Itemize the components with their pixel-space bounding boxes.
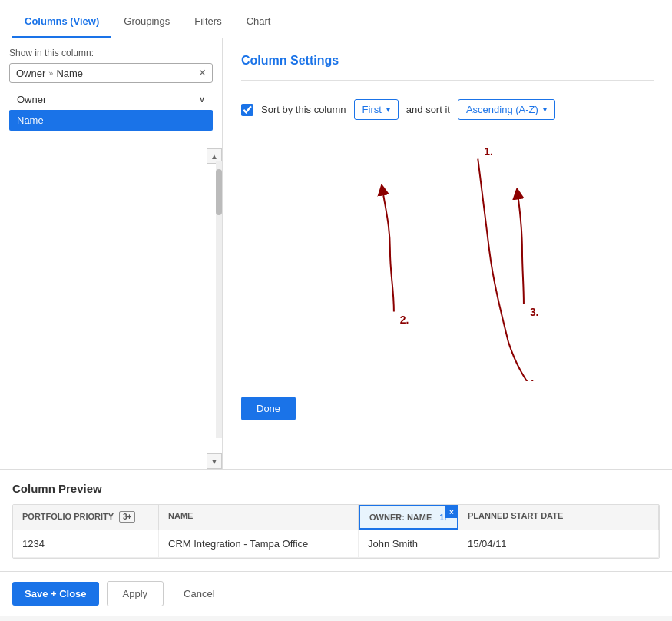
tab-columns[interactable]: Columns (View) (12, 6, 111, 38)
svg-text:2.: 2. (400, 314, 409, 326)
column-preview-section: Column Preview PORTFOLIO PRIORITY 3+ NAM… (0, 469, 672, 571)
show-in-column-label: Show in this column: (9, 48, 213, 58)
breadcrumb-separator: » (48, 68, 53, 78)
tree-item-owner-label: Owner (17, 94, 46, 105)
bottom-bar: Save + Close Apply Cancel (0, 571, 672, 616)
col-header-portfolio-priority: PORTFOLIO PRIORITY 3+ (13, 505, 159, 530)
col-header-owner-name-label: OWNER: NAME (369, 513, 432, 522)
scroll-down-button[interactable]: ▼ (207, 453, 222, 469)
clear-search-button[interactable]: × (199, 67, 206, 79)
sort-position-arrow-icon: ▾ (386, 105, 390, 114)
annotation-svg: 2. 3. 1. (241, 135, 654, 381)
sort-row: Sort by this column First ▾ and sort it … (241, 99, 654, 120)
annotation-area: 2. 3. 1. (241, 135, 654, 381)
col-header-name-label: NAME (168, 511, 193, 520)
scrollbar-thumb[interactable] (216, 169, 222, 215)
expand-icon: ∨ (199, 95, 205, 105)
breadcrumb-part2: Name (56, 68, 83, 79)
done-button[interactable]: Done (241, 397, 296, 420)
col-header-planned-start-date-label: PLANNED START DATE (468, 511, 563, 520)
sort-position-value: First (362, 104, 382, 115)
left-panel: Show in this column: Owner » Name × Owne… (0, 38, 223, 469)
column-settings-title: Column Settings (241, 54, 654, 81)
col-header-planned-start-date: PLANNED START DATE (458, 505, 659, 530)
breadcrumb-part1: Owner (16, 68, 45, 79)
main-content: Show in this column: Owner » Name × Owne… (0, 38, 672, 469)
sort-direction-dropdown[interactable]: Ascending (A-Z) ▾ (458, 99, 555, 120)
cancel-button[interactable]: Cancel (171, 582, 227, 606)
svg-text:3.: 3. (530, 306, 539, 318)
sort-checkbox[interactable] (241, 104, 253, 116)
cell-owner-name: John Smith (359, 530, 458, 557)
table-row: 1234 CRM Integration - Tampa Office John… (13, 530, 659, 558)
tree-item-owner[interactable]: Owner ∨ (9, 89, 213, 110)
col-header-close-button[interactable]: × (445, 506, 458, 518)
scrollbar-track (216, 161, 222, 438)
and-sort-label: and sort it (406, 104, 450, 115)
portfolio-priority-badge: 3+ (119, 511, 135, 523)
sort-direction-arrow-icon: ▾ (543, 105, 547, 114)
breadcrumb: Owner » Name (16, 68, 199, 79)
cell-portfolio-priority: 1234 (13, 530, 159, 557)
col-header-owner-name: × OWNER: NAME 1↑ (359, 505, 458, 530)
column-search-box[interactable]: Owner » Name × (9, 63, 213, 83)
preview-table: PORTFOLIO PRIORITY 3+ NAME × OWNER: NAME… (12, 504, 660, 559)
sort-direction-value: Ascending (A-Z) (466, 104, 538, 115)
right-panel: Column Settings Sort by this column Firs… (223, 38, 672, 469)
col-header-portfolio-priority-label: PORTFOLIO PRIORITY (22, 512, 114, 521)
tab-chart[interactable]: Chart (234, 6, 283, 38)
tab-bar: Columns (View) Groupings Filters Chart (0, 0, 672, 38)
tab-groupings[interactable]: Groupings (111, 6, 182, 38)
svg-text:1.: 1. (484, 145, 493, 158)
table-header: PORTFOLIO PRIORITY 3+ NAME × OWNER: NAME… (13, 505, 659, 530)
col-header-name: NAME (159, 505, 359, 530)
cell-name: CRM Integration - Tampa Office (159, 530, 359, 557)
apply-button[interactable]: Apply (107, 581, 164, 606)
sort-position-dropdown[interactable]: First ▾ (354, 99, 399, 120)
sort-by-label: Sort by this column (261, 104, 346, 115)
tab-filters[interactable]: Filters (182, 6, 233, 38)
cell-planned-start-date: 15/04/11 (458, 530, 659, 557)
tree-item-name-label: Name (17, 115, 44, 126)
tree-item-name[interactable]: Name (9, 110, 213, 131)
preview-title: Column Preview (12, 482, 660, 495)
save-close-button[interactable]: Save + Close (12, 582, 99, 606)
